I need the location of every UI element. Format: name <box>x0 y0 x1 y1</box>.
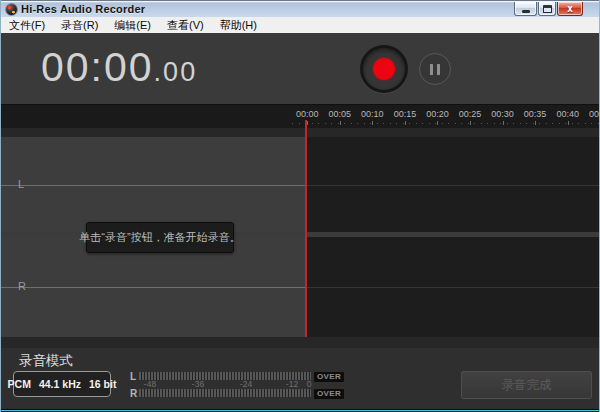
right-channel-label: R <box>18 280 26 292</box>
left-channel-label: L <box>18 178 24 190</box>
format-bit-depth: 16 bit <box>89 378 116 390</box>
titlebar[interactable]: Hi-Res Audio Recorder x <box>1 0 599 17</box>
minimize-icon <box>522 10 530 13</box>
ruler-tick-label: 00:35 <box>519 109 552 119</box>
ruler-tick-label: 00:20 <box>421 109 454 119</box>
menu-item[interactable]: 帮助(H) <box>212 17 265 33</box>
menu-item[interactable]: 文件(F) <box>1 17 53 33</box>
record-button[interactable] <box>360 45 408 93</box>
menu-item[interactable]: 录音(R) <box>53 17 106 33</box>
pause-bars-icon <box>437 64 440 75</box>
ruler-tick-label: 00:30 <box>486 109 519 119</box>
format-codec: PCM <box>8 378 31 390</box>
ruler-tick-label: 00:00 <box>291 109 324 119</box>
left-channel-centerline-played <box>1 185 305 186</box>
close-button[interactable]: x <box>557 2 583 16</box>
menu-item[interactable]: 编辑(E) <box>106 17 159 33</box>
menu-bar: 文件(F)录音(R)编辑(E)查看(V)帮助(H) <box>1 17 599 33</box>
timer-display: 00:00.00 <box>41 43 197 90</box>
recording-done-button[interactable]: 录音完成 <box>461 371 592 399</box>
hint-tooltip: 单击“录音”按钮，准备开始录音。 <box>86 222 234 253</box>
minimize-button[interactable] <box>514 2 537 16</box>
meter-scale: -48-36-24-120 <box>123 379 323 388</box>
ruler-tick-label: 00:40 <box>551 109 584 119</box>
right-channel-centerline-played <box>1 287 305 288</box>
timer-fraction: .00 <box>154 56 198 86</box>
waveform-footer-divider <box>1 337 599 348</box>
meter-right-track <box>139 389 311 397</box>
format-badge[interactable]: PCM 44.1 kHz 16 bit <box>13 371 111 397</box>
recording-mode-label: 录音模式 <box>19 352 73 370</box>
format-sample-rate: 44.1 kHz <box>39 378 81 390</box>
waveform-area[interactable]: L R 单击“录音”按钮，准备开始录音。 <box>1 137 599 337</box>
playhead[interactable] <box>305 120 307 337</box>
meter-scale-label: 0 <box>307 379 312 389</box>
window-title: Hi-Res Audio Recorder <box>21 3 145 15</box>
maximize-icon <box>543 5 552 13</box>
meter-scale-label: -48 <box>144 379 156 389</box>
ruler-waveform-divider <box>1 128 599 137</box>
ruler-minor-ticks <box>292 123 599 124</box>
pause-bars-icon <box>430 64 433 75</box>
window-controls: x <box>513 2 583 16</box>
ruler-tick-label: 00:10 <box>356 109 389 119</box>
pause-button[interactable] <box>419 53 451 85</box>
ruler-tick-label: 00:15 <box>389 109 422 119</box>
ruler-tick-label: 00:45 <box>584 109 599 119</box>
footer-panel: 录音模式 PCM 44.1 kHz 16 bit L OVER -48-36-2… <box>1 348 599 409</box>
recorder-app-icon <box>6 4 17 15</box>
meter-right-over-badge: OVER <box>314 389 344 399</box>
app-window: Hi-Res Audio Recorder x 文件(F)录音(R)编辑(E)查… <box>0 0 600 412</box>
timeline-ruler[interactable]: 00:0000:0500:1000:1500:2000:2500:3000:35… <box>1 104 599 128</box>
record-dot-icon <box>373 58 395 80</box>
close-icon: x <box>567 3 573 15</box>
meter-scale-label: -12 <box>286 379 298 389</box>
meter-scale-label: -36 <box>192 379 204 389</box>
transport-header: 00:00.00 <box>1 33 599 104</box>
ruler-labels: 00:0000:0500:1000:1500:2000:2500:3000:35… <box>291 109 599 119</box>
meter-right-label: R <box>130 388 138 399</box>
maximize-button[interactable] <box>538 2 556 16</box>
meter-scale-label: -24 <box>240 379 252 389</box>
menu-item[interactable]: 查看(V) <box>159 17 212 33</box>
timer-minutes-seconds: 00:00 <box>41 43 154 89</box>
ruler-tick-label: 00:25 <box>454 109 487 119</box>
ruler-tick-label: 00:05 <box>324 109 357 119</box>
